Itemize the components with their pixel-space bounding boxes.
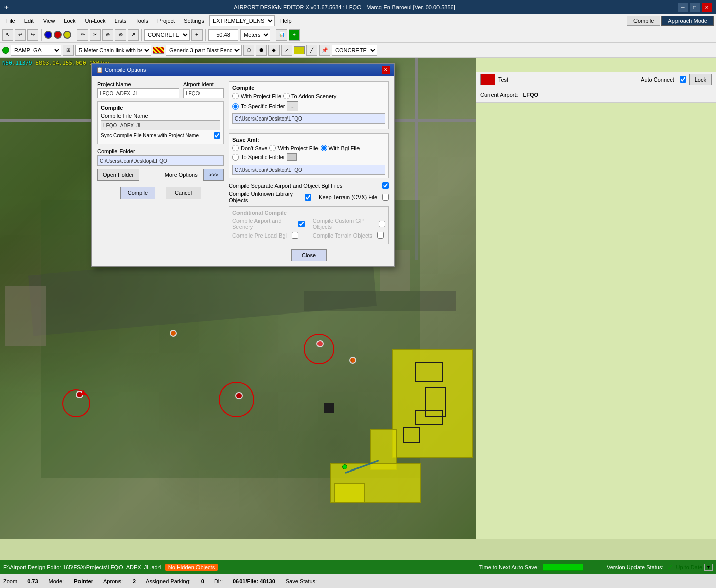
dialog-close-button[interactable]: ✕: [382, 66, 390, 74]
compile-radio-title: Compile: [232, 85, 385, 91]
with-bgl-label: With Bgl File: [329, 145, 360, 151]
compile-preload-checkbox[interactable]: [292, 232, 298, 239]
menu-help[interactable]: Help: [276, 17, 296, 25]
compile-folder-input[interactable]: C:\Users\Jean\Desktop\LFQO: [97, 155, 224, 166]
tool-btn4[interactable]: ⊗: [115, 29, 126, 41]
keep-terrain-checkbox[interactable]: [382, 194, 389, 201]
redo-button[interactable]: ↪: [27, 29, 38, 41]
close-dialog-button[interactable]: Close: [291, 249, 327, 261]
window-controls: ─ □ ✕: [678, 3, 712, 12]
compile-airport-checkbox[interactable]: [298, 221, 305, 227]
compile-file-label: Compile File Name: [101, 113, 220, 119]
with-project-xml-label: With Project File: [277, 145, 318, 151]
compile-airport-label: Compile Airport and Scenery: [232, 218, 293, 230]
project-name-input[interactable]: LFQO_ADEX_JL: [97, 88, 179, 98]
menu-settings[interactable]: Settings: [180, 17, 208, 25]
shape-btn4[interactable]: ↗: [281, 45, 292, 56]
menu-unlock[interactable]: Un-Lock: [81, 17, 110, 25]
pushpin-btn[interactable]: 📌: [319, 45, 330, 56]
dont-save-radio[interactable]: [232, 145, 239, 151]
close-button[interactable]: ✕: [702, 3, 712, 12]
compile-preload-row: Compile Pre Load Bgl: [232, 232, 305, 239]
compile-terrain-label: Compile Terrain Objects: [313, 232, 372, 239]
auto-connect-checkbox[interactable]: [680, 76, 686, 83]
chain-dropdown[interactable]: 5 Meter Chain-link with be 3 Meter Chain…: [75, 45, 151, 56]
pointer-tool[interactable]: ↖: [2, 29, 13, 41]
map-container: T N50.11379 E003.04.155.000 080deg Test: [0, 58, 716, 539]
unit-dropdown[interactable]: Meters Feet: [240, 29, 270, 41]
compile-radio-box: Compile With Project File To Addon Scene…: [229, 81, 389, 129]
shape-btn2[interactable]: ⬢: [256, 45, 267, 56]
to-addon-radio[interactable]: [283, 93, 290, 99]
compile-button[interactable]: Compile: [627, 16, 660, 26]
to-specific-radio[interactable]: [232, 103, 239, 110]
uptodate-dropdown[interactable]: ▼: [704, 564, 713, 571]
dialog-right-panel: Compile With Project File To Addon Scene…: [229, 81, 389, 261]
cancel-button[interactable]: Cancel: [166, 187, 201, 199]
chart-btn[interactable]: 📊: [276, 29, 287, 41]
auto-save-label: Time to Next Auto Save:: [479, 564, 539, 570]
to-specific-xml-label: To Specific Folder: [241, 154, 285, 160]
lock-button[interactable]: Lock: [689, 74, 712, 85]
color-circle-yellow[interactable]: [63, 31, 71, 39]
minimize-button[interactable]: ─: [678, 3, 688, 12]
airport-ident-input[interactable]: LFQO: [183, 88, 224, 98]
menu-view[interactable]: View: [39, 17, 59, 25]
tool-btn1[interactable]: ✏: [77, 29, 88, 41]
menu-tools[interactable]: Tools: [131, 17, 152, 25]
to-specific-xml-radio[interactable]: [232, 154, 239, 161]
zoom-label: Zoom: [3, 578, 17, 584]
menu-project[interactable]: Project: [153, 17, 179, 25]
plus-btn[interactable]: +: [289, 29, 300, 41]
tool-btn2[interactable]: ✂: [90, 29, 101, 41]
browse-folder-button[interactable]: ...: [287, 101, 298, 111]
compile-action-button[interactable]: Compile: [120, 187, 155, 199]
menu-file[interactable]: File: [2, 17, 19, 25]
compile-file-input[interactable]: LFQO_ADEX_JL: [101, 120, 220, 130]
approach-mode-button[interactable]: Approach Mode: [661, 16, 714, 26]
toolbar2: RAMP_GA RAMP_CARGO ⊞ 5 Meter Chain-link …: [0, 43, 716, 58]
ramp-dropdown[interactable]: RAMP_GA RAMP_CARGO: [11, 45, 61, 56]
compile-separate-row: Compile Separate Airport and Object Bgl …: [229, 182, 389, 189]
tool-btn5[interactable]: ↗: [128, 29, 139, 41]
menu-lists[interactable]: Lists: [111, 17, 131, 25]
xml-folder-path-input[interactable]: C:\Users\Jean\Desktop\LFQO: [232, 165, 385, 175]
add-btn[interactable]: +: [191, 29, 203, 41]
hidden-objects-badge: No Hidden Objects: [165, 564, 218, 571]
maximize-button[interactable]: □: [690, 3, 700, 12]
shape-btn3[interactable]: ◆: [268, 45, 280, 56]
shape-btn1[interactable]: ⬡: [243, 45, 254, 56]
color-circle-blue[interactable]: [44, 31, 52, 39]
undo-button[interactable]: ↩: [15, 29, 26, 41]
line-btn[interactable]: ╱: [306, 45, 317, 56]
conditional-compile-title: Conditional Compile: [232, 210, 385, 216]
statusbar-row1: E:\Airport Design Editor 165\FSX\Project…: [0, 560, 716, 574]
with-project-radio[interactable]: [232, 93, 239, 99]
compile-custom-checkbox[interactable]: [379, 221, 385, 227]
density-dropdown[interactable]: EXTREMELY_DENSE DENSE NORMAL: [209, 15, 275, 26]
with-bgl-radio[interactable]: [321, 145, 327, 151]
menu-lock[interactable]: Lock: [60, 17, 79, 25]
menu-edit[interactable]: Edit: [20, 17, 38, 25]
fence-dropdown[interactable]: Generic 3-part Blast Fence Generic Fence: [166, 45, 242, 56]
compile-terrain-row: Compile Terrain Objects: [313, 232, 385, 239]
open-folder-button[interactable]: Open Folder: [97, 169, 139, 181]
airport-ident-block: Airport Ident LFQO: [183, 81, 224, 98]
color-red-button[interactable]: [480, 74, 495, 85]
assigned-value: 0: [201, 578, 204, 584]
more-options-button[interactable]: >>>: [203, 169, 224, 181]
measure-input[interactable]: [208, 29, 238, 41]
compile-separate-checkbox[interactable]: [382, 182, 389, 189]
sync-checkbox[interactable]: [214, 132, 220, 139]
with-project-xml-radio[interactable]: [269, 145, 276, 151]
dialog-title-icon: 📋: [96, 67, 105, 73]
compile-unknown-checkbox[interactable]: [305, 194, 311, 201]
specific-folder-path-input[interactable]: C:\Users\Jean\Desktop\LFQO: [232, 113, 385, 124]
grid-btn[interactable]: ⊞: [63, 45, 74, 56]
color-circle-red[interactable]: [54, 31, 62, 39]
tool-btn3[interactable]: ⊕: [102, 29, 113, 41]
xml-folder-browse-btn[interactable]: [287, 153, 297, 161]
concrete-dropdown2[interactable]: CONCRETE ASPHALT: [332, 45, 377, 56]
compile-terrain-checkbox[interactable]: [377, 232, 384, 239]
concrete-dropdown1[interactable]: CONCRETE ASPHALT GRASS: [144, 29, 190, 41]
